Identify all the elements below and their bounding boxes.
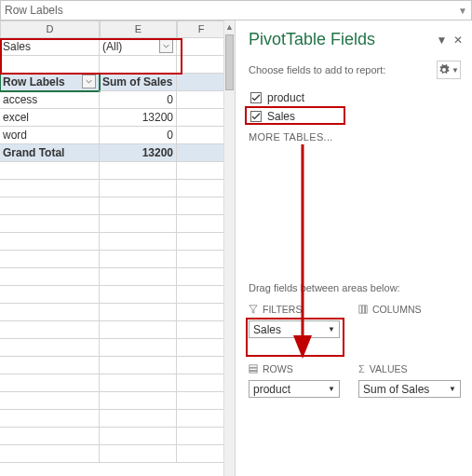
cell[interactable] bbox=[177, 197, 225, 215]
cell[interactable] bbox=[177, 91, 225, 109]
area-values[interactable]: Σ VALUES Sum of Sales ▼ bbox=[358, 360, 461, 413]
cell[interactable] bbox=[177, 445, 225, 463]
cell[interactable] bbox=[177, 321, 225, 339]
cell[interactable] bbox=[100, 428, 177, 445]
cell[interactable] bbox=[177, 286, 225, 304]
cell[interactable] bbox=[0, 374, 100, 392]
row-labels-dropdown[interactable] bbox=[82, 75, 96, 88]
cell[interactable] bbox=[0, 180, 100, 197]
cell[interactable] bbox=[100, 357, 177, 374]
cell[interactable] bbox=[0, 445, 100, 463]
cell[interactable] bbox=[100, 286, 177, 304]
cell[interactable] bbox=[100, 56, 177, 74]
cell[interactable] bbox=[177, 268, 225, 286]
pivot-header-values[interactable]: Sum of Sales bbox=[100, 74, 177, 91]
filter-dropdown-button[interactable] bbox=[159, 39, 173, 53]
cell[interactable] bbox=[100, 180, 177, 197]
cell[interactable] bbox=[177, 144, 225, 162]
cell[interactable] bbox=[100, 321, 177, 339]
cell[interactable] bbox=[177, 74, 225, 91]
report-filter-value[interactable]: (All) bbox=[100, 38, 177, 56]
report-filter-label[interactable]: Sales bbox=[0, 38, 100, 56]
area-label: COLUMNS bbox=[372, 304, 422, 315]
cell[interactable] bbox=[100, 374, 177, 392]
area-label: VALUES bbox=[370, 363, 408, 374]
cell[interactable] bbox=[100, 162, 177, 180]
cell[interactable] bbox=[177, 109, 225, 127]
field-item-product[interactable]: product bbox=[249, 88, 461, 107]
cell[interactable] bbox=[177, 339, 225, 357]
cell[interactable] bbox=[0, 304, 100, 321]
area-columns[interactable]: COLUMNS bbox=[358, 301, 461, 353]
gear-icon[interactable]: ▼ bbox=[437, 61, 461, 79]
pivot-grand-total-label[interactable]: Grand Total bbox=[0, 144, 100, 162]
pane-title: PivotTable Fields bbox=[249, 30, 461, 49]
cell[interactable] bbox=[0, 410, 100, 428]
cell[interactable] bbox=[0, 428, 100, 445]
cell[interactable] bbox=[177, 410, 225, 428]
cell[interactable] bbox=[177, 233, 225, 251]
cell[interactable] bbox=[100, 410, 177, 428]
cell[interactable] bbox=[100, 304, 177, 321]
col-header-e[interactable]: E bbox=[100, 20, 177, 38]
cell[interactable] bbox=[177, 56, 225, 74]
worksheet-grid[interactable]: D E F Sales (All) bbox=[0, 20, 235, 476]
cell[interactable] bbox=[100, 251, 177, 268]
col-header-d[interactable]: D bbox=[0, 20, 100, 38]
area-chip-sumofsales[interactable]: Sum of Sales ▼ bbox=[358, 380, 461, 398]
cell[interactable] bbox=[100, 233, 177, 251]
pivot-row-value[interactable]: 0 bbox=[100, 91, 177, 109]
cell[interactable] bbox=[177, 180, 225, 197]
cell[interactable] bbox=[177, 127, 225, 144]
cell[interactable] bbox=[177, 215, 225, 233]
pivot-row-value[interactable]: 0 bbox=[100, 127, 177, 144]
vertical-scrollbar[interactable]: ▲ bbox=[223, 20, 235, 476]
cell[interactable] bbox=[100, 392, 177, 410]
checkbox-icon[interactable] bbox=[250, 92, 262, 103]
svg-rect-5 bbox=[249, 371, 257, 373]
area-filters[interactable]: FILTERS Sales ▼ bbox=[249, 301, 347, 353]
pivot-header-rowlabels[interactable]: Row Labels bbox=[0, 74, 100, 91]
area-chip-product[interactable]: product ▼ bbox=[249, 380, 340, 398]
cell[interactable] bbox=[0, 233, 100, 251]
chevron-down-icon[interactable]: ▼ ✕ bbox=[436, 34, 463, 47]
field-item-sales[interactable]: Sales bbox=[249, 107, 461, 126]
scroll-thumb[interactable] bbox=[225, 34, 234, 90]
pivot-row-value[interactable]: 13200 bbox=[100, 109, 177, 127]
cell[interactable] bbox=[177, 374, 225, 392]
cell[interactable] bbox=[177, 162, 225, 180]
cell[interactable] bbox=[0, 162, 100, 180]
pivot-grand-total-value[interactable]: 13200 bbox=[100, 144, 177, 162]
cell[interactable] bbox=[0, 215, 100, 233]
cell[interactable] bbox=[177, 357, 225, 374]
more-tables-link[interactable]: MORE TABLES... bbox=[249, 131, 461, 143]
cell[interactable] bbox=[100, 268, 177, 286]
cell[interactable] bbox=[0, 268, 100, 286]
cell[interactable] bbox=[177, 392, 225, 410]
pivot-row-label[interactable]: excel bbox=[0, 109, 100, 127]
cell[interactable] bbox=[177, 428, 225, 445]
cell[interactable] bbox=[0, 56, 100, 74]
pivot-row-label[interactable]: word bbox=[0, 127, 100, 144]
cell[interactable] bbox=[177, 304, 225, 321]
cell[interactable] bbox=[0, 392, 100, 410]
scroll-up-icon[interactable]: ▲ bbox=[224, 20, 235, 34]
col-header-f[interactable]: F bbox=[177, 20, 225, 38]
area-chip-sales[interactable]: Sales ▼ bbox=[249, 320, 340, 338]
cell[interactable] bbox=[0, 251, 100, 268]
checkbox-icon[interactable] bbox=[250, 111, 262, 122]
pivot-row-label[interactable]: access bbox=[0, 91, 100, 109]
cell[interactable] bbox=[177, 251, 225, 268]
cell[interactable] bbox=[0, 339, 100, 357]
cell[interactable] bbox=[0, 286, 100, 304]
area-rows[interactable]: ROWS product ▼ bbox=[249, 360, 347, 413]
cell[interactable] bbox=[100, 197, 177, 215]
name-box[interactable]: Row Labels ▼ bbox=[0, 0, 472, 20]
cell[interactable] bbox=[100, 445, 177, 463]
cell[interactable] bbox=[0, 197, 100, 215]
cell[interactable] bbox=[0, 357, 100, 374]
cell[interactable] bbox=[100, 215, 177, 233]
cell[interactable] bbox=[0, 321, 100, 339]
cell[interactable] bbox=[177, 38, 225, 56]
cell[interactable] bbox=[100, 339, 177, 357]
